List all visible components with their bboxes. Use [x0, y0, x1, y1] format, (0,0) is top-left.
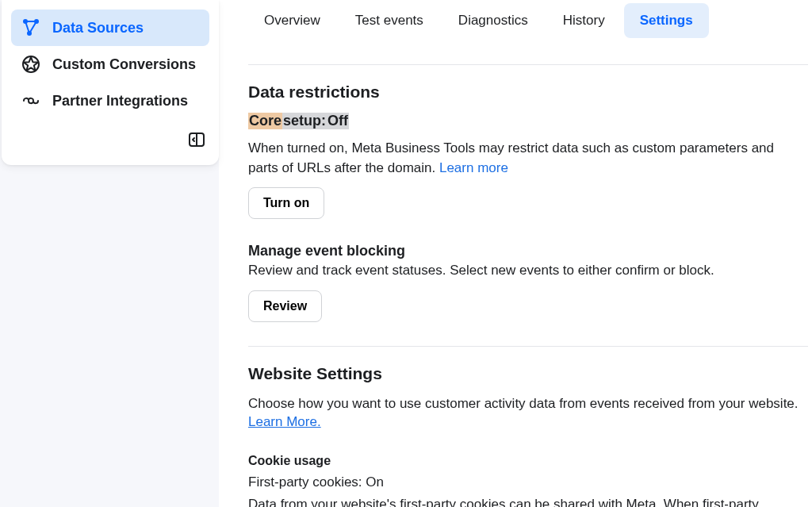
core-label-part1: Core — [248, 113, 282, 129]
tab-label: Test events — [355, 13, 423, 28]
tab-label: Settings — [640, 13, 693, 28]
tab-label: History — [563, 13, 605, 28]
tab-label: Diagnostics — [458, 13, 528, 28]
tab-label: Overview — [264, 13, 320, 28]
content: Data restrictions Core setup: Off When t… — [248, 39, 812, 507]
sidebar-card: Data Sources Custom Conversions Partn — [2, 0, 219, 165]
core-setup-line: Core setup: Off — [248, 113, 802, 133]
website-settings-heading: Website Settings — [248, 364, 802, 383]
sidebar-item-custom-conversions[interactable]: Custom Conversions — [11, 46, 209, 83]
core-setup-description: When turned on, Meta Business Tools may … — [248, 139, 802, 178]
sidebar: Data Sources Custom Conversions Partn — [0, 0, 219, 507]
cookie-usage-title: Cookie usage — [248, 454, 802, 468]
review-button[interactable]: Review — [248, 290, 322, 322]
manage-event-blocking-desc: Review and track event statuses. Select … — [248, 261, 802, 281]
tabs: Overview Test events Diagnostics History… — [248, 0, 812, 39]
sidebar-item-label: Partner Integrations — [52, 93, 188, 109]
turn-on-button[interactable]: Turn on — [248, 187, 324, 219]
section-divider — [248, 346, 808, 347]
tab-overview[interactable]: Overview — [248, 3, 336, 38]
website-learn-more-link[interactable]: Learn More. — [248, 414, 321, 429]
data-restrictions-heading: Data restrictions — [248, 83, 802, 102]
sidebar-item-data-sources[interactable]: Data Sources — [11, 10, 209, 46]
manage-event-blocking-title: Manage event blocking — [248, 243, 802, 259]
learn-more-link[interactable]: Learn more — [439, 160, 508, 175]
sidebar-item-label: Data Sources — [52, 20, 144, 36]
core-status: Off — [327, 113, 349, 129]
core-desc-text: When turned on, Meta Business Tools may … — [248, 140, 774, 175]
partner-integrations-icon — [21, 90, 41, 111]
custom-conversions-icon — [21, 54, 41, 75]
sidebar-item-label: Custom Conversions — [52, 56, 196, 73]
main-panel: Overview Test events Diagnostics History… — [219, 0, 812, 507]
tab-test-events[interactable]: Test events — [339, 3, 439, 38]
core-label-part2: setup: — [282, 113, 327, 129]
sidebar-item-partner-integrations[interactable]: Partner Integrations — [11, 83, 209, 119]
svg-point-2 — [27, 31, 32, 36]
data-sources-icon — [21, 17, 41, 38]
tab-history[interactable]: History — [547, 3, 621, 38]
cookie-desc: Data from your website's first-party coo… — [248, 495, 802, 507]
cookie-status: First-party cookies: On — [248, 474, 802, 490]
tab-settings[interactable]: Settings — [624, 3, 709, 38]
sidebar-collapse-button[interactable] — [184, 127, 209, 152]
tab-diagnostics[interactable]: Diagnostics — [442, 3, 544, 38]
svg-point-1 — [34, 19, 39, 24]
website-settings-desc: Choose how you want to use customer acti… — [248, 394, 802, 414]
svg-point-0 — [23, 19, 28, 24]
section-divider — [248, 64, 808, 65]
